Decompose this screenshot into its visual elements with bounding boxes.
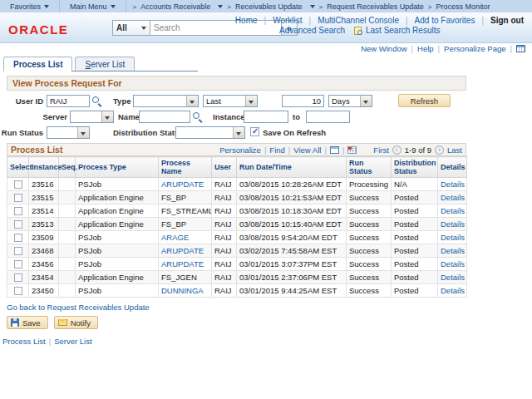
cell-run-datetime: 03/08/2015 9:54:20AM EDT	[237, 231, 347, 244]
process-request-form: User ID Type Last Days Refresh Server Na…	[0, 93, 532, 141]
save-on-refresh-checkbox[interactable]	[250, 127, 259, 136]
cell-run-datetime: 03/08/2015 10:21:53AM EDT	[237, 191, 347, 204]
server-select[interactable]	[70, 111, 114, 123]
process-name-link[interactable]: ARUPDATE	[161, 180, 204, 189]
tab-server-list[interactable]: Server List	[75, 57, 135, 71]
cell-user: RAIJ	[212, 178, 237, 191]
separator	[506, 44, 516, 53]
row-select-checkbox[interactable]	[14, 180, 22, 189]
row-select-checkbox[interactable]	[14, 194, 22, 202]
save-button[interactable]: Save	[7, 316, 48, 329]
last-search-results-link[interactable]: Last Search Results	[366, 26, 441, 35]
last-select[interactable]: Last	[203, 95, 258, 107]
cell-run-status: Success	[347, 218, 392, 231]
cell-user: RAIJ	[212, 231, 237, 244]
days-count-input[interactable]	[282, 95, 324, 107]
details-link[interactable]: Details	[441, 206, 465, 215]
help-link[interactable]: Help	[407, 44, 434, 53]
details-link[interactable]: Details	[441, 259, 465, 268]
cell-process-type: PSJob	[76, 178, 159, 191]
name-input[interactable]	[139, 111, 190, 123]
details-link[interactable]: Details	[441, 233, 465, 242]
notify-button[interactable]: Notify	[54, 316, 98, 329]
cell-run-status: Success	[347, 204, 392, 218]
personalize-layout-icon[interactable]	[516, 45, 525, 52]
process-list-table: Select Instance Seq. Process Type Proces…	[7, 156, 467, 298]
row-select-checkbox[interactable]	[14, 247, 22, 255]
bottom-process-list-link[interactable]: Process List	[2, 337, 46, 346]
add-to-favorites-link[interactable]: Add to Favorites	[399, 16, 475, 25]
details-link[interactable]: Details	[441, 273, 465, 282]
cell-instance: 23515	[29, 191, 59, 204]
cell-process-type: PSJob	[76, 258, 159, 271]
personalize-page-link[interactable]: Personalize Page	[434, 44, 506, 53]
home-link[interactable]: Home	[235, 16, 258, 25]
details-link[interactable]: Details	[441, 219, 465, 229]
process-name-link[interactable]: ARUPDATE	[161, 259, 204, 268]
breadcrumb-separator	[319, 2, 323, 11]
details-link[interactable]: Details	[441, 193, 465, 202]
save-icon	[11, 318, 19, 327]
go-back-link[interactable]: Go back to Request Receivables Update	[7, 303, 150, 312]
breadcrumb-receivables-update[interactable]: Receivables Update	[235, 2, 303, 11]
row-select-checkbox[interactable]	[14, 220, 22, 229]
breadcrumb-request-receivables-update[interactable]: Request Receivables Update	[327, 2, 424, 11]
cell-user: RAIJ	[212, 244, 237, 258]
cell-seq	[59, 284, 76, 298]
cell-distribution-status: Posted	[392, 244, 438, 258]
worklist-link[interactable]: Worklist	[258, 16, 303, 25]
col-select: Select	[7, 157, 29, 178]
cell-seq	[59, 204, 76, 218]
process-name-link[interactable]: ARUPDATE	[161, 246, 204, 255]
zoom-grid-icon[interactable]	[330, 146, 339, 154]
col-user: User	[212, 157, 237, 178]
download-to-excel-icon[interactable]	[347, 146, 357, 154]
type-label: Type	[113, 95, 131, 107]
cell-user: RAIJ	[212, 284, 237, 298]
breadcrumb-accounts-receivable[interactable]: Accounts Receivable	[140, 2, 210, 11]
advanced-search-link[interactable]: Advanced Search	[279, 26, 345, 35]
process-name-link: FS_STREAMLN	[161, 206, 212, 215]
distribution-status-select[interactable]	[175, 126, 245, 139]
next-page-icon[interactable]	[435, 145, 444, 155]
row-select-checkbox[interactable]	[14, 260, 22, 268]
instance-to-input[interactable]	[306, 111, 350, 123]
type-select[interactable]	[133, 95, 199, 107]
sign-out-link[interactable]: Sign out	[475, 16, 524, 25]
multichannel-console-link[interactable]: MultiChannel Console	[303, 16, 399, 25]
favorites-menu[interactable]: Favorites	[0, 0, 60, 12]
cell-instance: 23514	[29, 204, 59, 218]
process-name-link[interactable]: ARAGE	[161, 233, 189, 242]
process-name-link: FS_BP	[161, 193, 186, 202]
cell-run-status: Success	[347, 231, 392, 244]
find-link[interactable]: Find	[269, 145, 284, 155]
previous-page-icon[interactable]	[392, 145, 401, 155]
cell-run-status: Success	[347, 191, 392, 204]
details-link[interactable]: Details	[441, 286, 465, 295]
instance-from-input[interactable]	[244, 111, 288, 123]
refresh-button[interactable]: Refresh	[398, 94, 451, 107]
cell-process-type: Application Engine	[76, 218, 159, 231]
personalize-link[interactable]: Personalize	[219, 145, 261, 155]
row-select-checkbox[interactable]	[14, 207, 22, 215]
process-name-link[interactable]: DUNNINGA	[161, 286, 204, 295]
breadcrumb-separator	[428, 2, 432, 11]
pagination-last-link[interactable]: Last	[447, 145, 462, 155]
user-id-input[interactable]	[47, 95, 90, 107]
search-scope-select[interactable]: All	[112, 20, 150, 36]
row-select-checkbox[interactable]	[14, 273, 22, 282]
details-link[interactable]: Details	[441, 246, 465, 255]
bottom-server-list-link[interactable]: Server List	[46, 337, 92, 346]
row-select-checkbox[interactable]	[14, 234, 22, 242]
view-all-link[interactable]: View All	[293, 145, 321, 155]
days-unit-select[interactable]: Days	[328, 95, 372, 107]
row-select-checkbox[interactable]	[14, 287, 22, 295]
pagination-first-link[interactable]: First	[373, 145, 388, 155]
user-id-lookup-icon[interactable]	[92, 96, 102, 106]
tab-process-list[interactable]: Process List	[3, 57, 72, 71]
details-link[interactable]: Details	[441, 180, 465, 189]
main-menu-button[interactable]: Main Menu	[60, 0, 126, 12]
new-window-link[interactable]: New Window	[361, 44, 406, 53]
run-status-select[interactable]	[47, 126, 90, 139]
name-lookup-icon[interactable]	[193, 112, 203, 122]
